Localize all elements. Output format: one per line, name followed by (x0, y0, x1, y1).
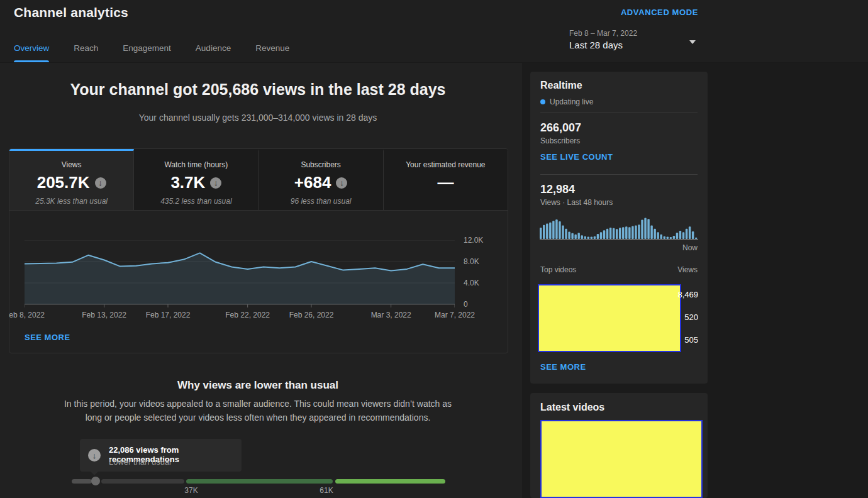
callout-note: Lower than usual (109, 457, 171, 467)
top-video-views: 8,469 (660, 290, 698, 299)
metric-note: 25.3K less than usual (9, 197, 133, 206)
y-axis-tick: 12.0K (464, 236, 492, 245)
realtime-card: Realtime Updating live 266,007 Subscribe… (530, 72, 708, 384)
now-label: Now (682, 243, 698, 252)
x-axis-tick: Feb 26, 2022 (283, 311, 340, 319)
views-48h-label: Views · Last 48 hours (540, 198, 613, 207)
y-axis-tick: 0 (464, 300, 492, 309)
top-video-views: 505 (660, 335, 698, 345)
headline: Your channel got 205,686 views in the la… (0, 80, 516, 99)
metric-tab-revenue[interactable]: Your estimated revenue — (384, 149, 508, 210)
tab-reach[interactable]: Reach (74, 43, 98, 62)
x-axis-tick: Feb 8, 2022 (9, 311, 53, 319)
x-axis-tick: Feb 13, 2022 (76, 311, 133, 319)
metric-value: +684 (294, 173, 331, 192)
metric-tab-watch-time[interactable]: Watch time (hours) 3.7K↓ 435.2 less than… (134, 149, 259, 210)
line-chart-canvas (25, 240, 455, 309)
metric-tab-subscribers[interactable]: Subscribers +684↓ 96 less than usual (259, 149, 384, 210)
live-dot-icon (540, 99, 545, 104)
date-preset-text: Last 28 days (569, 40, 698, 50)
realtime-status: Updating live (540, 97, 593, 106)
y-axis-tick: 4.0K (464, 279, 492, 287)
x-axis-tick: Feb 17, 2022 (140, 311, 196, 319)
tab-overview[interactable]: Overview (14, 43, 49, 62)
benchmark-segment-below (101, 479, 184, 484)
chevron-down-icon (689, 40, 696, 44)
metric-note: 96 less than usual (259, 197, 383, 206)
metric-value: 205.7K (37, 173, 90, 192)
top-videos-header: Top videos (540, 265, 576, 274)
trend-down-icon: ↓ (210, 177, 221, 189)
x-axis-tick: Mar 3, 2022 (363, 311, 420, 319)
metric-label: Subscribers (259, 160, 383, 169)
x-axis-tick: Mar 7, 2022 (426, 311, 483, 319)
insight-title: Why views are lower than usual (0, 379, 516, 392)
realtime-bar-chart (540, 215, 698, 239)
benchmark-segment-typical (186, 479, 333, 484)
see-more-link[interactable]: SEE MORE (540, 362, 586, 372)
subscribers-label: Subscribers (540, 136, 580, 145)
trend-down-icon: ↓ (88, 449, 101, 462)
callout-pointer (91, 472, 98, 475)
views-48h-count: 12,984 (540, 183, 575, 196)
benchmark-high-label: 61K (314, 486, 339, 495)
latest-videos-title: Latest videos (540, 402, 604, 413)
subscribers-count: 266,007 (540, 121, 581, 135)
header-bar: Channel analytics ADVANCED MODE Feb 8 – … (0, 0, 868, 63)
metric-label: Your estimated revenue (384, 160, 508, 169)
see-more-link[interactable]: SEE MORE (25, 333, 70, 342)
channel-analytics-page: Channel analytics ADVANCED MODE Feb 8 – … (0, 0, 868, 498)
divider (540, 174, 698, 175)
advanced-mode-link[interactable]: ADVANCED MODE (621, 8, 698, 17)
metric-label: Views (9, 160, 133, 169)
benchmark-segment-above (335, 479, 445, 484)
latest-video-redaction-overlay (540, 420, 703, 498)
headline-subtitle: Your channel usually gets 231,000–314,00… (0, 113, 516, 123)
tab-audience[interactable]: Audience (196, 43, 231, 62)
top-videos-views-header: Views (677, 265, 698, 274)
analytics-tabs: Overview Reach Engagement Audience Reven… (14, 43, 289, 62)
page-title: Channel analytics (14, 5, 128, 20)
tab-engagement[interactable]: Engagement (123, 43, 171, 62)
recommendations-callout: ↓ 22,086 views from recommendations Lowe… (80, 439, 242, 472)
realtime-title: Realtime (540, 80, 582, 91)
metric-tab-views[interactable]: Views 205.7K↓ 25.3K less than usual (9, 149, 134, 210)
metric-label: Watch time (hours) (134, 160, 258, 169)
realtime-axis-line (540, 239, 698, 240)
trend-down-icon: ↓ (95, 177, 106, 189)
divider (540, 113, 698, 113)
trend-down-icon: ↓ (336, 177, 347, 189)
see-live-count-link[interactable]: SEE LIVE COUNT (540, 152, 613, 162)
x-axis-tick: Feb 22, 2022 (220, 311, 276, 319)
y-axis-tick: 8.0K (464, 257, 492, 266)
benchmark-low-label: 37K (179, 486, 204, 495)
views-trend-chart: 04.0K8.0K12.0K Feb 8, 2022Feb 13, 2022Fe… (9, 211, 508, 352)
metric-tab-row: Views 205.7K↓ 25.3K less than usual Watc… (9, 149, 508, 211)
overview-metrics-card: Views 205.7K↓ 25.3K less than usual Watc… (9, 148, 508, 353)
right-rail: Realtime Updating live 266,007 Subscribe… (522, 63, 868, 498)
latest-videos-card: Latest videos (530, 393, 708, 498)
benchmark-segment-low (72, 479, 92, 484)
tab-revenue[interactable]: Revenue (255, 43, 289, 62)
main-content: Your channel got 205,686 views in the la… (0, 63, 522, 498)
date-range-picker[interactable]: Feb 8 – Mar 7, 2022 Last 28 days (569, 29, 698, 50)
metric-value: — (437, 173, 453, 192)
date-range-text: Feb 8 – Mar 7, 2022 (569, 29, 698, 38)
insight-body: In this period, your videos appealed to … (63, 397, 453, 424)
realtime-status-text: Updating live (550, 97, 593, 106)
top-videos-redaction-overlay (538, 284, 681, 352)
benchmark-current-marker (91, 477, 100, 485)
top-video-views: 520 (660, 313, 698, 322)
metric-value: 3.7K (170, 173, 205, 192)
metric-note: 435.2 less than usual (134, 197, 258, 206)
